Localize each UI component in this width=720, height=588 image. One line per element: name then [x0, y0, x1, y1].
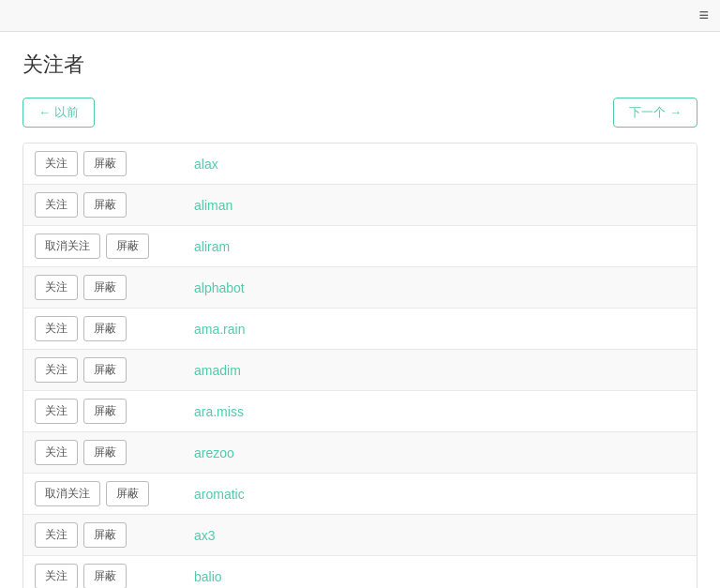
follow-button[interactable]: 关注 [35, 275, 78, 300]
username-link[interactable]: ama.rain [194, 322, 685, 337]
action-buttons: 关注屏蔽 [35, 316, 194, 341]
follow-button[interactable]: 关注 [35, 151, 78, 176]
username-link[interactable]: ara.miss [194, 404, 685, 419]
action-buttons: 取消关注屏蔽 [35, 234, 194, 259]
block-button[interactable]: 屏蔽 [83, 151, 127, 176]
username-link[interactable]: aliman [194, 198, 685, 213]
follow-button[interactable]: 关注 [35, 522, 78, 548]
follower-row: 关注屏蔽arezoo [23, 432, 697, 474]
action-buttons: 关注屏蔽 [35, 275, 194, 300]
next-button[interactable]: 下一个 → [613, 98, 698, 128]
block-button[interactable]: 屏蔽 [83, 564, 127, 588]
follower-row: 关注屏蔽balio [23, 556, 697, 588]
prev-button[interactable]: ← 以前 [22, 98, 95, 128]
action-buttons: 关注屏蔽 [35, 192, 194, 218]
follow-button[interactable]: 关注 [35, 316, 78, 341]
username-link[interactable]: aromatic [194, 487, 685, 502]
action-buttons: 关注屏蔽 [35, 399, 194, 424]
follower-row: 关注屏蔽aliman [23, 185, 697, 226]
follower-row: 关注屏蔽ara.miss [23, 391, 697, 432]
action-buttons: 取消关注屏蔽 [35, 481, 194, 506]
unfollow-button[interactable]: 取消关注 [35, 481, 100, 506]
username-link[interactable]: amadim [194, 363, 685, 378]
follower-row: 关注屏蔽amadim [23, 350, 697, 391]
follower-row: 关注屏蔽ama.rain [23, 309, 697, 350]
menu-icon[interactable]: ≡ [698, 6, 709, 25]
block-button[interactable]: 屏蔽 [83, 399, 127, 424]
follow-button[interactable]: 关注 [35, 399, 78, 424]
unfollow-button[interactable]: 取消关注 [35, 234, 100, 259]
follower-row: 关注屏蔽alax [23, 143, 697, 185]
block-button[interactable]: 屏蔽 [106, 481, 149, 506]
username-link[interactable]: balio [194, 569, 685, 584]
block-button[interactable]: 屏蔽 [83, 357, 127, 383]
block-button[interactable]: 屏蔽 [83, 192, 127, 218]
follower-row: 关注屏蔽alphabot [23, 267, 697, 309]
action-buttons: 关注屏蔽 [35, 357, 194, 383]
block-button[interactable]: 屏蔽 [83, 522, 127, 548]
top-bar: ≡ [0, 0, 720, 32]
username-link[interactable]: alax [194, 157, 685, 172]
follower-row: 取消关注屏蔽aliram [23, 226, 697, 267]
follower-row: 关注屏蔽ax3 [23, 515, 697, 556]
block-button[interactable]: 屏蔽 [106, 234, 149, 259]
main-content: 关注者 ← 以前 下一个 → 关注屏蔽alax关注屏蔽aliman取消关注屏蔽a… [0, 32, 720, 588]
follow-button[interactable]: 关注 [35, 357, 78, 383]
follow-button[interactable]: 关注 [35, 440, 78, 465]
action-buttons: 关注屏蔽 [35, 151, 194, 176]
action-buttons: 关注屏蔽 [35, 522, 194, 548]
block-button[interactable]: 屏蔽 [83, 316, 127, 341]
username-link[interactable]: arezoo [194, 445, 685, 460]
action-buttons: 关注屏蔽 [35, 564, 194, 588]
username-link[interactable]: ax3 [194, 528, 685, 543]
block-button[interactable]: 屏蔽 [83, 440, 127, 465]
pagination-bar: ← 以前 下一个 → [22, 98, 698, 128]
block-button[interactable]: 屏蔽 [83, 275, 127, 300]
follow-button[interactable]: 关注 [35, 192, 78, 218]
action-buttons: 关注屏蔽 [35, 440, 194, 465]
username-link[interactable]: aliram [194, 239, 685, 254]
username-link[interactable]: alphabot [194, 280, 685, 295]
follower-list: 关注屏蔽alax关注屏蔽aliman取消关注屏蔽aliram关注屏蔽alphab… [22, 143, 698, 588]
follow-button[interactable]: 关注 [35, 564, 78, 588]
follower-row: 取消关注屏蔽aromatic [23, 474, 697, 515]
page-title: 关注者 [22, 51, 698, 79]
